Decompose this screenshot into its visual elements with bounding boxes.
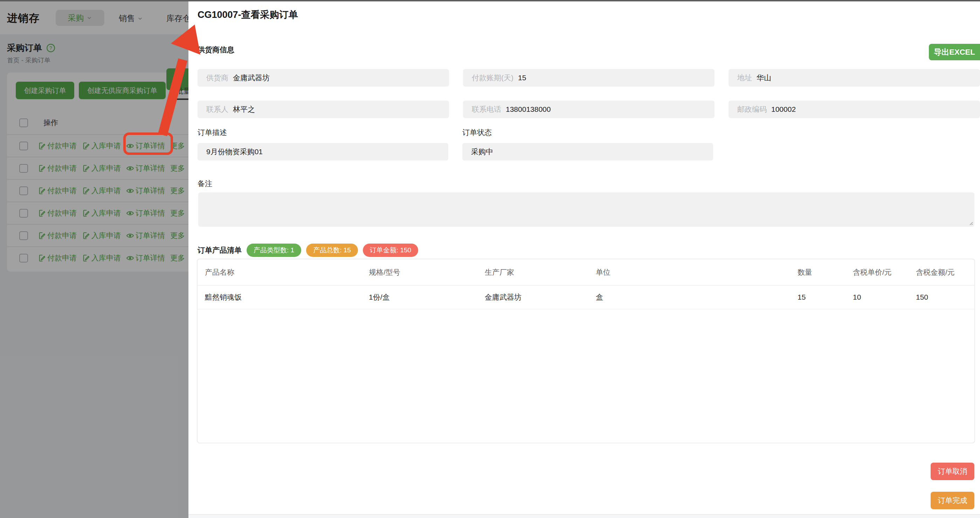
column-header: 产品名称 — [197, 259, 361, 285]
product-section-heading: 订单产品清单 — [197, 245, 242, 255]
column-header: 生产厂家 — [477, 259, 589, 285]
manufacturer-cell: 金庸武器坊 — [477, 285, 589, 309]
order-detail-drawer: CG10007-查看采购订单 导出EXCEL 供货商信息 供货商 金庸武器坊 付… — [188, 0, 980, 518]
product-table-header-row: 产品名称 规格/型号 生产厂家 单位 数量 含税单价/元 含税金额/元 — [197, 259, 974, 285]
column-header: 单位 — [589, 259, 790, 285]
field-supplier[interactable]: 供货商 金庸武器坊 — [197, 69, 449, 86]
order-status-value[interactable]: 采购中 — [462, 143, 713, 161]
export-excel-button[interactable]: 导出EXCEL — [929, 44, 980, 60]
field-phone[interactable]: 联系电话 13800138000 — [463, 100, 714, 118]
supplier-fields-grid: 供货商 金庸武器坊 付款账期(天) 15 地址 华山 联系人 林平之 联系电话 … — [197, 69, 980, 118]
product-table: 产品名称 规格/型号 生产厂家 单位 数量 含税单价/元 含税金额/元 黯然销魂… — [197, 259, 974, 309]
product-row: 黯然销魂饭 1份/盒 金庸武器坊 盒 15 10 150 — [197, 285, 974, 309]
badge-order-amount: 订单金额: 150 — [363, 244, 418, 257]
cancel-order-button[interactable]: 订单取消 — [931, 463, 974, 480]
field-postcode[interactable]: 邮政编码 100002 — [729, 100, 980, 118]
product-section-header: 订单产品清单 产品类型数: 1 产品总数: 15 订单金额: 150 — [197, 244, 418, 257]
field-payment-days[interactable]: 付款账期(天) 15 — [463, 69, 714, 86]
amount-cell: 150 — [908, 285, 974, 309]
badge-product-types: 产品类型数: 1 — [247, 244, 301, 257]
window-top-edge — [0, 0, 980, 2]
spec-cell: 1份/盒 — [361, 285, 477, 309]
quantity-cell: 15 — [790, 285, 845, 309]
drawer-bottom-strip — [188, 514, 980, 518]
column-header: 规格/型号 — [361, 259, 477, 285]
product-name-cell: 黯然销魂饭 — [197, 285, 361, 309]
column-header: 含税金额/元 — [908, 259, 974, 285]
resize-handle-icon[interactable] — [968, 220, 974, 226]
screenshot-root: 进销存 采购 销售 库存仓 采购订单 ? 首页 - 采购订单 创建采购订单 创建… — [0, 0, 980, 518]
order-status-label: 订单状态 — [462, 128, 492, 137]
field-address[interactable]: 地址 华山 — [729, 69, 980, 86]
remark-textarea[interactable] — [198, 193, 974, 227]
complete-order-button[interactable]: 订单完成 — [931, 492, 974, 509]
column-header: 含税单价/元 — [845, 259, 908, 285]
field-contact[interactable]: 联系人 林平之 — [197, 100, 449, 118]
product-table-container: 产品名称 规格/型号 生产厂家 单位 数量 含税单价/元 含税金额/元 黯然销魂… — [197, 259, 975, 443]
annotation-arrow — [147, 18, 217, 140]
column-header: 数量 — [790, 259, 845, 285]
order-desc-value[interactable]: 9月份物资采购01 — [197, 143, 448, 161]
unit-cell: 盒 — [589, 285, 790, 309]
unit-price-cell: 10 — [845, 285, 908, 309]
remark-label: 备注 — [197, 179, 212, 188]
badge-product-count: 产品总数: 15 — [306, 244, 358, 257]
